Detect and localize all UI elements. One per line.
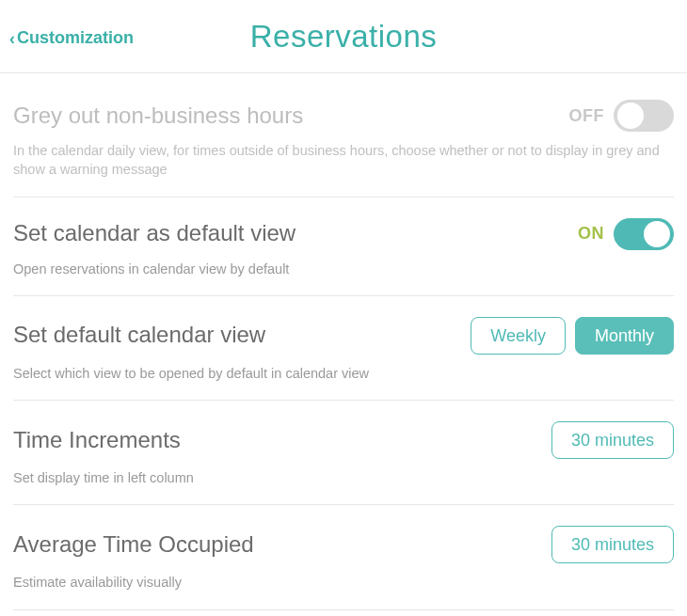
time-increment-button[interactable]: 30 minutes — [551, 421, 674, 459]
toggle-knob — [644, 221, 670, 247]
back-label: Customization — [17, 28, 134, 48]
setting-avg-time: Average Time Occupied 30 minutes Estimat… — [13, 505, 674, 609]
setting-default-view: Set calendar as default view ON Open res… — [13, 197, 674, 296]
setting-desc: Set display time in left column — [13, 468, 674, 487]
avg-time-value: 30 minutes — [551, 526, 674, 563]
back-button[interactable]: ‹ Customization — [9, 28, 134, 48]
monthly-option[interactable]: Monthly — [575, 317, 674, 355]
toggle-state-label: OFF — [569, 106, 605, 126]
setting-title: Average Time Occupied — [13, 531, 254, 559]
setting-totals-column: Totals Column Arrivals Scheduled Method … — [13, 610, 674, 616]
setting-desc: Estimate availability visually — [13, 573, 674, 592]
default-view-toggle[interactable] — [614, 218, 674, 250]
calendar-view-options: Weekly Monthly — [471, 317, 674, 355]
setting-grey-hours: Grey out non-business hours OFF In the c… — [13, 73, 674, 197]
setting-title: Grey out non-business hours — [13, 103, 303, 130]
setting-calendar-view: Set default calendar view Weekly Monthly… — [13, 296, 674, 401]
setting-time-increments: Time Increments 30 minutes Set display t… — [13, 401, 674, 505]
time-increment-value: 30 minutes — [551, 421, 674, 459]
setting-desc: Select which view to be opened by defaul… — [13, 364, 674, 383]
setting-title: Time Increments — [13, 427, 181, 454]
toggle-knob — [617, 103, 644, 129]
settings-list: Grey out non-business hours OFF In the c… — [0, 73, 687, 616]
toggle-state-label: ON — [578, 224, 604, 244]
toggle-wrap: ON — [578, 218, 674, 250]
setting-title: Set calendar as default view — [13, 220, 296, 247]
toggle-wrap: OFF — [569, 100, 675, 132]
setting-desc: In the calendar daily view, for times ou… — [13, 141, 674, 180]
chevron-left-icon: ‹ — [9, 30, 15, 47]
page-header: ‹ Customization Reservations — [0, 0, 687, 73]
setting-desc: Open reservations in calendar view by de… — [13, 260, 674, 278]
weekly-option[interactable]: Weekly — [471, 317, 566, 355]
avg-time-button[interactable]: 30 minutes — [551, 526, 674, 563]
grey-hours-toggle[interactable] — [614, 100, 674, 132]
setting-title: Set default calendar view — [13, 322, 265, 349]
